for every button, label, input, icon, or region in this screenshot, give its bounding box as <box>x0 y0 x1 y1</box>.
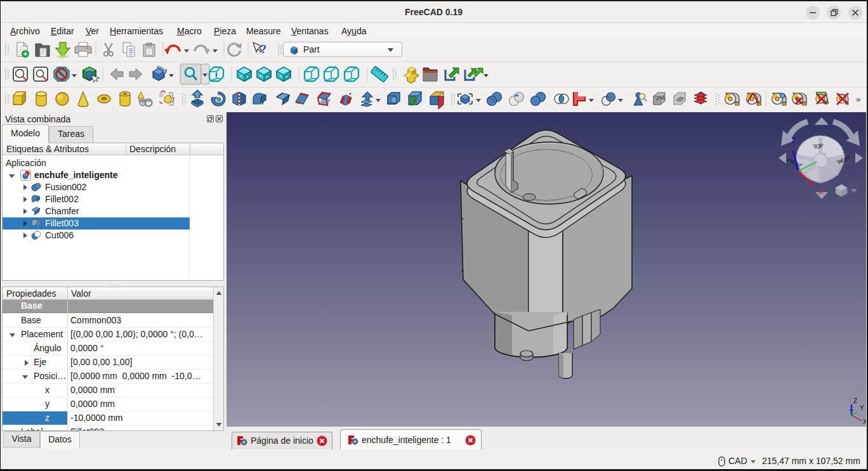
svg-text:X: X <box>863 418 866 425</box>
svg-text:Y: Y <box>860 404 864 411</box>
svg-text:?: ? <box>261 43 266 56</box>
svg-text:Z: Z <box>853 397 857 404</box>
svg-text:X: X <box>819 188 824 195</box>
svg-text:»: » <box>856 94 860 104</box>
svg-text:Y: Y <box>823 152 827 158</box>
svg-text:Z: Z <box>791 136 796 144</box>
